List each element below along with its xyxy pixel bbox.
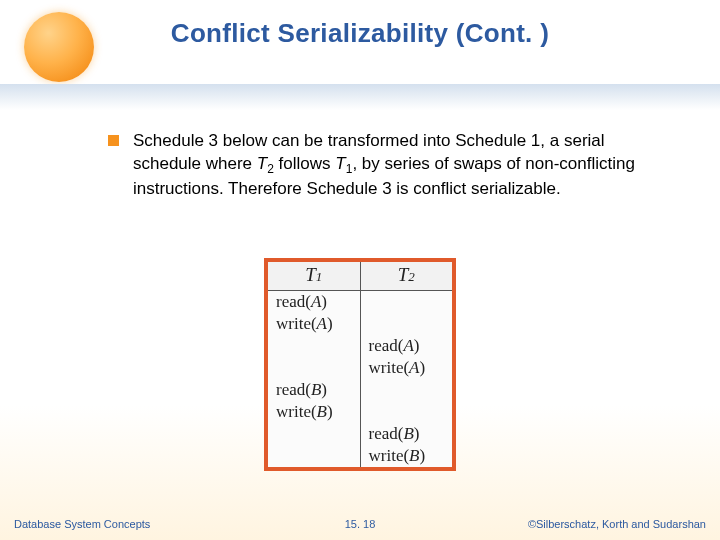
t1-var: T: [335, 154, 345, 173]
footer-left: Database System Concepts: [14, 518, 150, 530]
schedule-header-row: T1 T2: [268, 262, 452, 291]
cell: [360, 401, 452, 423]
cell: [360, 291, 452, 314]
cell: [268, 445, 360, 467]
title-underline-band: [0, 84, 720, 110]
bullet-mid: follows: [274, 154, 335, 173]
cell: read(A): [268, 291, 360, 314]
table-row: read(A): [268, 291, 452, 314]
table-row: read(B): [268, 423, 452, 445]
header-t1: T1: [268, 262, 360, 291]
cell: read(B): [360, 423, 452, 445]
footer-right: ©Silberschatz, Korth and Sudarshan: [528, 518, 706, 530]
header-t1-sym: T: [305, 264, 316, 285]
footer-center: 15. 18: [345, 518, 376, 530]
header-t2-sub: 2: [408, 269, 415, 284]
header-t2-sym: T: [398, 264, 409, 285]
footer: Database System Concepts 15. 18 ©Silbers…: [0, 518, 720, 530]
header-t1-sub: 1: [316, 269, 323, 284]
schedule-figure: T1 T2 read(A) write(A) read(A) write(A) …: [264, 258, 456, 471]
table-row: write(A): [268, 313, 452, 335]
t2-sub: 2: [267, 162, 274, 176]
cell: read(B): [268, 379, 360, 401]
content-area: Schedule 3 below can be transformed into…: [0, 130, 720, 200]
schedule-table: T1 T2 read(A) write(A) read(A) write(A) …: [268, 262, 452, 467]
cell: [268, 357, 360, 379]
t2-var: T: [257, 154, 267, 173]
cell: write(A): [360, 357, 452, 379]
slide-title: Conflict Serializability (Cont. ): [0, 0, 720, 49]
table-row: write(B): [268, 401, 452, 423]
bullet-text: Schedule 3 below can be transformed into…: [133, 130, 660, 200]
cell: [360, 313, 452, 335]
table-row: read(A): [268, 335, 452, 357]
cell: read(A): [360, 335, 452, 357]
schedule-border: T1 T2 read(A) write(A) read(A) write(A) …: [264, 258, 456, 471]
bullet-square-icon: [108, 135, 119, 146]
cell: write(B): [360, 445, 452, 467]
table-row: read(B): [268, 379, 452, 401]
table-row: write(A): [268, 357, 452, 379]
table-row: write(B): [268, 445, 452, 467]
bullet-item: Schedule 3 below can be transformed into…: [108, 130, 660, 200]
cell: write(A): [268, 313, 360, 335]
cell: [360, 379, 452, 401]
cell: [268, 423, 360, 445]
cell: [268, 335, 360, 357]
header-t2: T2: [360, 262, 452, 291]
cell: write(B): [268, 401, 360, 423]
sun-ornament: [24, 12, 94, 82]
